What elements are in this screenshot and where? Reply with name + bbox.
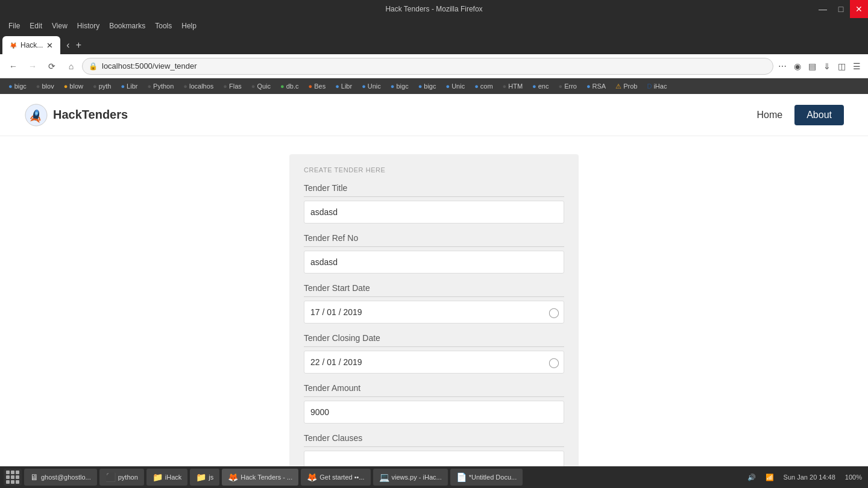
minimize-button[interactable]: — (814, 0, 832, 18)
taskbar-volume-icon[interactable]: 🔊 (745, 474, 758, 481)
tender-closing-label: Tender Closing Date (304, 333, 564, 343)
menu-history[interactable]: History (74, 20, 103, 31)
menu-edit[interactable]: Edit (26, 20, 46, 31)
tender-ref-label: Tender Ref No (304, 233, 564, 243)
bookmark-bigc2[interactable]: ● bigc (387, 81, 412, 91)
menu-bookmarks[interactable]: Bookmarks (105, 20, 149, 31)
tender-title-input[interactable] (304, 201, 564, 224)
new-tab-button[interactable]: + (74, 40, 84, 51)
bookmark-localhos[interactable]: ● localhos (180, 81, 217, 91)
bookmark-bigc[interactable]: ● bigc (5, 81, 30, 91)
tab-bar: 🦊 Hack... ✕ ‹ + (0, 34, 868, 54)
page-content: HackTenders Home About CREATE TENDER HER… (0, 94, 868, 488)
taskbar-views[interactable]: 💻 views.py - iHac... (373, 469, 448, 486)
python-icon: ⬛ (105, 472, 116, 482)
tender-start-label: Tender Start Date (304, 283, 564, 293)
bookmark-bes[interactable]: ● Bes (305, 81, 330, 91)
taskbar-apps-button[interactable] (4, 469, 22, 486)
bookmark-com[interactable]: ● com (471, 81, 496, 91)
menu-view[interactable]: View (48, 20, 71, 31)
bookmark-python[interactable]: ● Python (143, 81, 177, 91)
bookmark-unic2[interactable]: ● Unic (442, 81, 469, 91)
bookmark-bigc3[interactable]: ● bigc (415, 81, 440, 91)
tender-closing-date-clear-button[interactable]: ◯ (549, 357, 559, 368)
url-bar[interactable]: 🔒 localhost:5000/view_tender (82, 58, 773, 75)
reading-mode-button[interactable]: ◉ (791, 59, 804, 74)
active-tab[interactable]: 🦊 Hack... ✕ (2, 36, 60, 54)
home-button[interactable]: ⌂ (63, 58, 80, 75)
tender-closing-group: Tender Closing Date ◯ (304, 333, 564, 374)
bookmark-flas[interactable]: ● Flas (219, 81, 245, 91)
divider-title (304, 196, 564, 197)
taskbar-js[interactable]: 📁 js (190, 469, 219, 486)
tender-start-date-input[interactable] (304, 301, 564, 324)
bookmark-libr1[interactable]: ● Libr (117, 81, 141, 91)
taskbar-untitled[interactable]: 📄 *Untitled Docu... (450, 469, 523, 486)
bookmark-unic1[interactable]: ● Unic (358, 81, 385, 91)
js-icon: 📁 (196, 472, 206, 482)
restore-button[interactable]: □ (832, 0, 850, 18)
taskbar-terminal-label: ghost@ghostlo... (41, 474, 91, 481)
fullscreen-button[interactable]: ☰ (851, 59, 863, 74)
bookmark-htm[interactable]: ● HTM (499, 81, 526, 91)
taskbar-getstarted[interactable]: 🦊 Get started ••... (301, 469, 370, 486)
home-nav-link[interactable]: Home (757, 110, 783, 120)
reload-button[interactable]: ⟳ (43, 58, 60, 75)
tab-extras: ‹ + (64, 36, 84, 54)
bookmark-blow[interactable]: ● blow (60, 81, 87, 91)
url-text: localhost:5000/view_tender (102, 61, 197, 70)
bookmark-blov1[interactable]: ● blov (33, 81, 58, 91)
logo-text: HackTenders (53, 108, 128, 122)
bookmark-db[interactable]: ● db.c (277, 81, 302, 91)
url-lock-icon: 🔒 (89, 62, 98, 70)
about-nav-button[interactable]: About (794, 105, 844, 125)
forward-button[interactable]: → (24, 58, 41, 75)
taskbar-network-icon[interactable]: 📶 (763, 474, 776, 481)
tender-title-group: Tender Title (304, 183, 564, 224)
window-controls[interactable]: — □ ✕ (814, 0, 868, 18)
tender-title-label: Tender Title (304, 183, 564, 193)
bookmark-rsa[interactable]: ● RSA (583, 81, 609, 91)
tender-start-date-clear-button[interactable]: ◯ (549, 307, 559, 318)
taskbar: 🖥 ghost@ghostlo... ⬛ python 📁 iHack 📁 js… (0, 466, 868, 488)
nav-links: Home About (757, 105, 844, 125)
bookmark-erro[interactable]: ● Erro (555, 81, 580, 91)
divider-start (304, 296, 564, 297)
taskbar-views-label: views.py - iHac... (392, 474, 442, 481)
taskbar-terminal[interactable]: 🖥 ghost@ghostlo... (24, 469, 97, 486)
close-button[interactable]: ✕ (850, 0, 868, 18)
tab-close-button[interactable]: ✕ (46, 41, 53, 50)
sidebar-button[interactable]: ◫ (835, 59, 848, 74)
taskbar-hacktenders[interactable]: 🦊 Hack Tenders - ... (222, 469, 298, 486)
bookmark-prob[interactable]: ⚠ Prob (612, 81, 641, 92)
bookmark-enc[interactable]: ● enc (529, 81, 552, 91)
more-options-button[interactable]: ⋯ (776, 59, 789, 74)
tender-start-date-wrapper: ◯ (304, 301, 564, 324)
bookmark-bar: ● bigc ● blov ● blow ● pyth ● Libr ● Pyt… (0, 78, 868, 94)
reader-view-button[interactable]: ▤ (806, 59, 819, 74)
tender-ref-group: Tender Ref No (304, 233, 564, 274)
downloads-button[interactable]: ⇓ (821, 59, 833, 74)
bookmark-pyth[interactable]: ● pyth (89, 81, 115, 91)
tender-amount-group: Tender Amount (304, 383, 564, 424)
untitled-icon: 📄 (456, 472, 467, 482)
tender-amount-input[interactable] (304, 401, 564, 424)
taskbar-python[interactable]: ⬛ python (99, 469, 144, 486)
nav-bar: ← → ⟳ ⌂ 🔒 localhost:5000/view_tender ⋯ ◉… (0, 54, 868, 78)
bookmark-quic[interactable]: ● Quic (248, 81, 274, 91)
menu-help[interactable]: Help (178, 20, 200, 31)
firefox-icon-1: 🦊 (228, 472, 238, 482)
tender-ref-input[interactable] (304, 251, 564, 274)
bookmark-ihac[interactable]: D iHac (643, 81, 670, 91)
back-button[interactable]: ← (5, 58, 22, 75)
tab-prev-button[interactable]: ‹ (64, 40, 72, 51)
menu-file[interactable]: File (5, 20, 24, 31)
bookmark-libr2[interactable]: ● Libr (332, 81, 356, 91)
taskbar-hacktenders-label: Hack Tenders - ... (241, 474, 292, 481)
tab-favicon: 🦊 (10, 42, 17, 49)
tender-closing-date-input[interactable] (304, 351, 564, 374)
nav-extras: ⋯ ◉ ▤ ⇓ ◫ ☰ (776, 59, 863, 74)
menu-tools[interactable]: Tools (151, 20, 175, 31)
menu-bar: File Edit View History Bookmarks Tools H… (0, 18, 868, 34)
taskbar-ihack[interactable]: 📁 iHack (146, 469, 188, 486)
